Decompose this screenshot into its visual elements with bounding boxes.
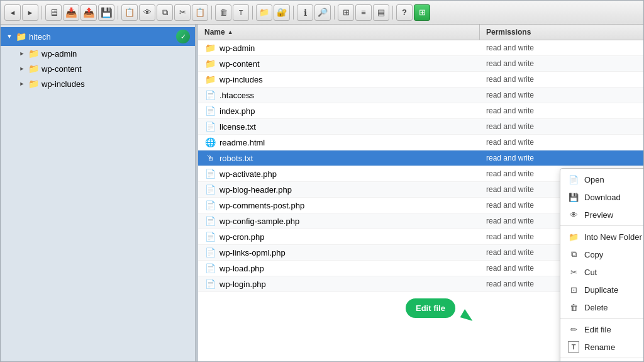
edit-file-icon: ✏: [568, 324, 579, 335]
into-new-folder-icon: 📁: [568, 231, 579, 242]
main-content: ▼ 📁 hitech ✓ ► 📁 wp-admin ► 📁 wp-content…: [1, 25, 643, 361]
folder-icon: 📁: [204, 58, 216, 69]
context-menu-separator-3: [560, 358, 643, 358]
table-row[interactable]: 📄 .htaccess read and write: [198, 88, 643, 103]
file-name-cell: 📄 wp-blog-header.php: [198, 184, 480, 195]
sidebar-label-wp-content: wp-content: [42, 64, 82, 74]
rename-btn[interactable]: T: [233, 4, 249, 21]
file-name-cell: 📁 wp-content: [198, 58, 480, 69]
toolbar-separator-7: [392, 6, 393, 20]
folder-icon: 📁: [204, 74, 216, 85]
file-name-cell: 📄 .htaccess: [198, 89, 480, 101]
list-btn[interactable]: ≡: [355, 4, 372, 21]
table-row[interactable]: 🌐 readme.html read and write: [198, 135, 643, 150]
cm-delete[interactable]: 🗑 Delete: [560, 298, 643, 316]
preview-cm-icon: 👁: [568, 209, 579, 220]
header-permissions[interactable]: Permissions: [480, 25, 643, 40]
file-name-cell: 📄 wp-comments-post.php: [198, 200, 480, 211]
cm-create-archive[interactable]: 📦 Create archive: [560, 360, 643, 361]
file-name-cell: 📄 wp-config-sample.php: [198, 215, 480, 227]
file-name-cell: 📄 wp-load.php: [198, 263, 480, 274]
file-list-header: Name ▲ Permissions: [198, 25, 643, 40]
download-icon: 💾: [568, 191, 579, 203]
sidebar-expand-wp-admin[interactable]: ►: [18, 50, 26, 57]
file-permissions-cell: read and write: [480, 75, 643, 84]
folder-icon: 📁: [204, 42, 216, 54]
cm-preview[interactable]: 👁 Preview: [560, 206, 643, 223]
file-name-cell: 🌐 readme.html: [198, 137, 480, 148]
cut-cm-icon: ✂: [568, 266, 579, 278]
file-permissions-cell: read and write: [480, 106, 643, 115]
context-menu: 📄 Open 💾 Download ▶ 👁 Preview 📁: [560, 168, 643, 361]
save-btn[interactable]: 💾: [98, 4, 114, 21]
help-btn[interactable]: ?: [396, 4, 413, 21]
file-name-cell: 📁 wp-includes: [198, 74, 480, 85]
table-row[interactable]: 📁 wp-content read and write: [198, 56, 643, 72]
table-row[interactable]: 📄 index.php read and write: [198, 103, 643, 119]
table-row-selected[interactable]: 🖱 robots.txt read and write: [198, 150, 643, 166]
sidebar-expand-wp-content[interactable]: ►: [18, 65, 26, 72]
php-icon: 📄: [204, 278, 216, 290]
cm-copy[interactable]: ⧉ Copy: [560, 246, 643, 263]
cm-duplicate[interactable]: ⊡ Duplicate: [560, 281, 643, 298]
context-menu-separator-1: [560, 225, 643, 226]
copy-cm-icon: ⧉: [568, 249, 579, 260]
file-permissions-cell: read and write: [480, 59, 643, 68]
cm-cut[interactable]: ✂ Cut: [560, 263, 643, 281]
cm-download[interactable]: 💾 Download ▶: [560, 188, 643, 206]
file-name-cell: 📄 wp-activate.php: [198, 168, 480, 179]
grid-btn[interactable]: ⊞: [338, 4, 354, 21]
copy-btn2[interactable]: ⧉: [157, 4, 173, 21]
sidebar-item-wp-content[interactable]: ► 📁 wp-content: [1, 61, 195, 76]
open-button[interactable]: 🖥: [45, 4, 62, 21]
back-button[interactable]: ◄: [4, 4, 21, 21]
permissions-btn[interactable]: 🔐: [274, 4, 290, 21]
sidebar-label-wp-includes: wp-includes: [42, 79, 85, 89]
sidebar-expand-wp-includes[interactable]: ►: [18, 80, 26, 88]
file-permissions-cell: read and write: [480, 122, 643, 131]
sidebar-item-wp-includes[interactable]: ► 📁 wp-includes: [1, 76, 195, 91]
toolbar-separator-3: [211, 6, 212, 20]
header-name[interactable]: Name ▲: [198, 25, 480, 40]
cm-edit-file[interactable]: ✏ Edit file: [560, 320, 643, 338]
upload-btn[interactable]: 📤: [80, 4, 97, 21]
cm-download-label-row: 💾 Download: [568, 191, 621, 203]
sidebar: ▼ 📁 hitech ✓ ► 📁 wp-admin ► 📁 wp-content…: [1, 25, 196, 361]
details-btn[interactable]: ▤: [373, 4, 389, 21]
sidebar-expand-hitech[interactable]: ▼: [6, 33, 13, 40]
php-icon: 📄: [204, 168, 216, 179]
php-icon: 📄: [204, 215, 216, 227]
eye-btn[interactable]: 👁: [139, 4, 155, 21]
toolbar-separator-6: [334, 6, 335, 20]
expand-btn[interactable]: ⊞: [414, 4, 430, 21]
forward-button[interactable]: ►: [22, 4, 38, 21]
cm-rename[interactable]: T Rename: [560, 338, 643, 356]
info-btn[interactable]: ℹ: [297, 4, 313, 21]
toolbar-separator-2: [118, 6, 118, 20]
hitech-folder-icon: 📁: [16, 31, 26, 42]
table-row[interactable]: 📁 wp-includes read and write: [198, 72, 643, 88]
delete-btn[interactable]: 🗑: [215, 4, 231, 21]
table-row[interactable]: 📁 wp-admin read and write: [198, 40, 643, 56]
file-permissions-cell: read and write: [480, 154, 643, 162]
paste-btn[interactable]: 📋: [192, 4, 208, 21]
sidebar-item-hitech[interactable]: ▼ 📁 hitech ✓: [1, 27, 195, 46]
php-icon: 📄: [204, 184, 216, 195]
app-window: ◄ ► 🖥 📥 📤 💾 📋 👁 ⧉ ✂ 📋 🗑 T 📁 🔐 ℹ 🔎 ⊞ ≡ ▤ …: [0, 0, 644, 362]
html-icon: 🌐: [204, 137, 216, 148]
table-row[interactable]: 📄 license.txt read and write: [198, 119, 643, 135]
preview-btn[interactable]: 🔎: [314, 4, 331, 21]
cut-btn[interactable]: ✂: [174, 4, 191, 21]
file-permissions-cell: read and write: [480, 138, 643, 147]
toolbar-separator-4: [252, 6, 253, 20]
cm-open[interactable]: 📄 Open: [560, 171, 643, 188]
cm-into-new-folder[interactable]: 📁 Into New Folder: [560, 228, 643, 246]
callout-edit-file: Edit file: [406, 298, 455, 318]
php-icon: 📄: [204, 200, 216, 211]
folder-new-btn[interactable]: 📁: [256, 4, 272, 21]
view-btn[interactable]: 📋: [121, 4, 138, 21]
sidebar-item-wp-admin[interactable]: ► 📁 wp-admin: [1, 46, 195, 61]
toolbar-separator-1: [42, 6, 42, 20]
php-icon: 📄: [204, 247, 216, 258]
download-btn2[interactable]: 📥: [63, 4, 79, 21]
